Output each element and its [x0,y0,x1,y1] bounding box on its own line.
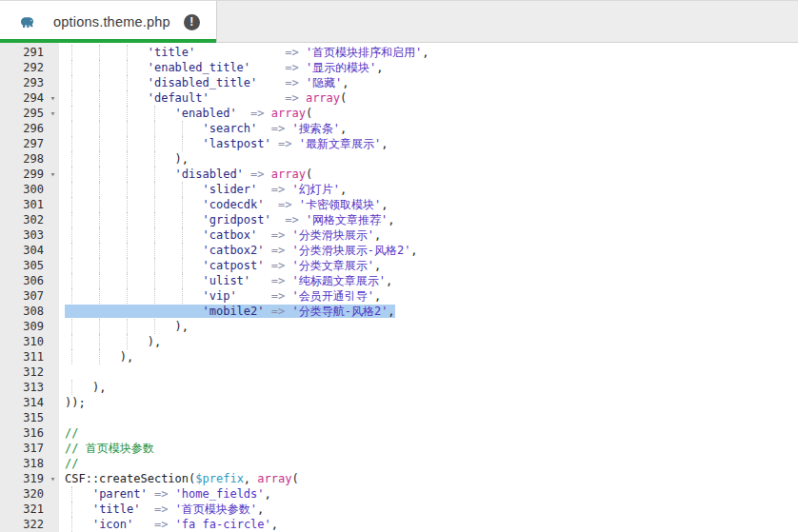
code-token: '卡密领取模块' [299,198,381,211]
code-line[interactable]: 312 [0,365,798,380]
code-token [195,46,285,59]
code-line[interactable]: 303 'catbox' => '分类滑块展示', [0,227,798,243]
code-line[interactable]: 294▾ 'default' => array( [0,90,798,106]
code-token [65,198,203,211]
code-line[interactable]: 300 'slider' => '幻灯片', [0,182,798,197]
code-token: 'catpost' [203,259,265,272]
code-line[interactable]: 322 'icon' => 'fa fa-circle', [0,517,798,532]
code-line[interactable]: 321 'title' => '首页模块参数', [0,502,798,517]
line-number: 311 [0,349,44,365]
code-text: 'gridpost' => '网格文章推荐', [65,212,395,227]
code-line[interactable]: 297 'lastpost' => '最新文章展示', [0,136,798,151]
code-line[interactable]: 311 ), [0,349,798,365]
code-line[interactable]: 310 ), [0,334,798,349]
line-number: 318 [0,456,44,471]
line-number: 316 [0,425,44,441]
code-line[interactable]: 306 'ulist' => '纯标题文章展示', [0,273,798,288]
tab-options-theme-php[interactable]: options.theme.php ! [0,1,217,43]
code-token: 'enabled_title' [148,61,250,74]
code-token [257,76,285,89]
code-token: , [374,259,381,272]
fold-arrow-icon[interactable]: ▾ [47,471,59,486]
code-line[interactable]: 309 ), [0,319,798,334]
code-line[interactable]: 318// [0,456,798,471]
code-token: 'icon' [92,518,133,531]
code-line[interactable]: 319▾CSF::createSection($prefix, array( [0,471,798,486]
code-text: // [65,456,78,471]
code-token: , [244,472,250,485]
code-token: => [285,76,298,89]
line-number: 294 [0,90,44,106]
code-editor[interactable]: 291 'title' => '首页模块排序和启用',292 'enabled_… [0,43,798,532]
code-token [65,518,92,531]
code-token [140,502,153,516]
code-line[interactable]: 307 'vip' => '会员开通引导', [0,288,798,304]
code-line[interactable]: 304 'catbox2' => '分类滑块展示-风格2', [0,243,798,258]
code-token: , [374,228,381,242]
code-token [65,305,203,318]
code-token: ), [92,381,106,394]
code-token: '网格文章推荐' [306,213,388,227]
code-token [65,350,120,364]
code-token: => [285,61,298,74]
code-line[interactable]: 292 'enabled_title' => '显示的模块', [0,60,798,75]
code-token: 'disabled' [175,167,244,181]
alert-badge-icon[interactable]: ! [184,14,200,30]
code-text: 'parent' => 'home_fields', [65,486,271,502]
code-text: 'lastpost' => '最新文章展示', [65,136,388,151]
code-text: 'disabled' => array( [65,167,312,182]
code-line[interactable]: 293 'disabled_title' => '隐藏', [0,75,798,90]
code-token: => [285,213,298,227]
fold-arrow-icon[interactable]: ▾ [47,106,59,121]
code-token: 'vip' [203,289,237,303]
code-line[interactable]: 302 'gridpost' => '网格文章推荐', [0,212,798,227]
code-token: , [381,137,388,150]
code-token [299,213,306,227]
code-line[interactable]: 298 ), [0,151,798,167]
code-token [257,228,270,242]
code-token [265,167,271,181]
code-token: array [306,91,340,105]
code-token: => [271,244,285,257]
code-line[interactable]: 305 'catpost' => '分类文章展示', [0,258,798,273]
code-token: 'title' [92,502,141,516]
code-token: , [257,502,264,516]
code-line[interactable]: 313 ), [0,380,798,395]
code-line[interactable]: 295▾ 'enabled' => array( [0,106,798,121]
code-line[interactable]: 308 'mobile2' => '分类导航-风格2', [0,304,798,319]
code-text: 'catpost' => '分类文章展示', [65,258,381,273]
fold-arrow-icon[interactable]: ▾ [47,167,59,182]
code-token: 'ulist' [203,274,251,287]
code-token: => [278,198,291,211]
code-token: array [271,107,306,120]
active-tab-indicator [0,39,216,43]
code-rows: 291 'title' => '首页模块排序和启用',292 'enabled_… [0,45,798,532]
code-line[interactable]: 316// [0,425,798,441]
code-token [65,61,148,74]
code-token: 'slider' [203,183,258,196]
code-token: '首页模块排序和启用' [306,46,422,59]
line-number: 315 [0,410,44,425]
code-line[interactable]: 291 'title' => '首页模块排序和启用', [0,45,798,60]
code-token: 'mobile2' [203,305,265,318]
code-line[interactable]: 317// 首页模块参数 [0,441,798,456]
code-token [65,137,203,150]
code-token: 'disabled_title' [148,76,258,89]
code-token: array [257,472,291,485]
code-line[interactable]: 314)); [0,395,798,410]
code-line[interactable]: 299▾ 'disabled' => array( [0,167,798,182]
code-line[interactable]: 320 'parent' => 'home_fields', [0,486,798,502]
code-text: ), [65,319,189,334]
code-token: ( [291,472,298,485]
code-token [65,213,203,227]
code-line[interactable]: 301 'codecdk' => '卡密领取模块', [0,197,798,212]
code-token: ), [120,350,133,364]
code-token: '分类滑块展示-风格2' [291,244,410,257]
code-token: , [422,46,429,59]
fold-arrow-icon[interactable]: ▾ [47,90,59,106]
code-token [65,487,92,501]
code-text: 'disabled_title' => '隐藏', [65,75,349,90]
code-line[interactable]: 296 'search' => '搜索条', [0,121,798,136]
code-line[interactable]: 315 [0,410,798,425]
code-token: 'catbox2' [203,244,265,257]
